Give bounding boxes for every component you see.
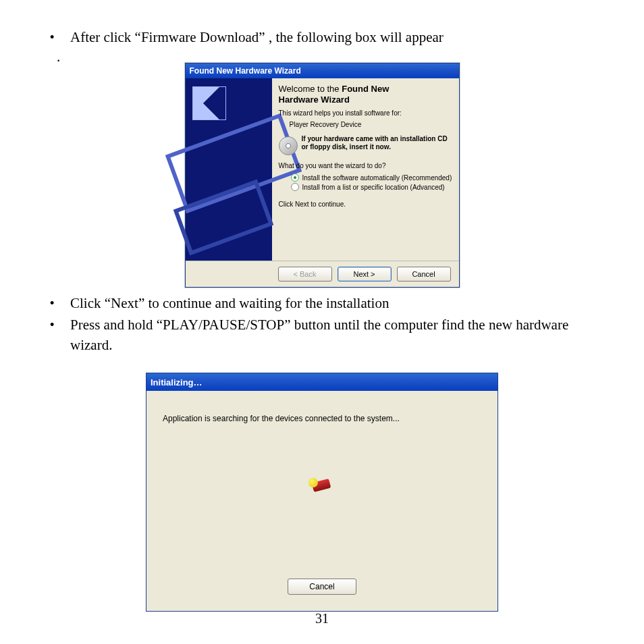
hardware-wizard-dialog: Found New Hardware Wizard Welcome to the… — [185, 63, 460, 288]
page-number: 31 — [0, 611, 644, 626]
initializing-dialog: Initializing… Application is searching f… — [146, 373, 498, 612]
bullet-text-3-cont: wizard. — [41, 336, 603, 354]
bullet-text-2: Click “Next” to continue and waiting for… — [70, 294, 603, 312]
wizard-side-graphic — [186, 78, 272, 261]
wizard-device-name: Player Recovery Device — [290, 121, 452, 128]
wizard-heading-bold1: Found New — [342, 84, 389, 94]
option-list-row[interactable]: Install from a list or specific location… — [291, 183, 452, 191]
wizard-heading: Welcome to the Found NewHardware Wizard — [279, 84, 452, 105]
bullet-marker: • — [41, 316, 70, 333]
dialog-title-text: Found New Hardware Wizard — [190, 66, 301, 76]
flashlight-icon — [308, 478, 336, 493]
initializing-titlebar: Initializing… — [146, 373, 498, 391]
cd-hint-line1: If your hardware came with an installati… — [302, 135, 448, 143]
wizard-question: What do you want the wizard to do? — [279, 162, 452, 169]
next-button-label: Next > — [353, 270, 375, 278]
wizard-next-hint: Click Next to continue. — [279, 200, 452, 208]
initializing-title-text: Initializing… — [151, 377, 203, 387]
wizard-heading-part: Welcome to the — [279, 84, 342, 94]
wizard-helps-text: This wizard helps you install software f… — [279, 109, 452, 117]
bullet-text-3: Press and hold “PLAY/PAUSE/STOP” button … — [70, 316, 603, 333]
dialog-titlebar: Found New Hardware Wizard — [186, 63, 459, 78]
wizard-icon — [192, 86, 226, 120]
bullet-marker: • — [41, 294, 70, 312]
initializing-cancel-label: Cancel — [309, 582, 334, 591]
bullet-marker: • — [41, 28, 70, 46]
cancel-button[interactable]: Cancel — [397, 267, 451, 281]
initializing-message: Application is searching for the devices… — [163, 414, 481, 423]
option-list-label: Install from a list or specific location… — [302, 184, 445, 191]
radio-empty-icon — [291, 183, 299, 191]
cd-hint-line2: or floppy disk, insert it now. — [302, 143, 448, 151]
bullet-text-1: After click “Firmware Download” , the fo… — [70, 28, 603, 46]
radio-selected-icon — [291, 173, 299, 182]
cd-icon — [279, 136, 298, 155]
next-button[interactable]: Next > — [338, 267, 392, 281]
option-auto-label: Install the software automatically (Reco… — [302, 174, 452, 182]
wizard-heading-bold2: Hardware Wizard — [279, 95, 350, 105]
back-button-label: < Back — [294, 270, 317, 278]
initializing-cancel-button[interactable]: Cancel — [288, 579, 356, 595]
option-auto-row[interactable]: Install the software automatically (Reco… — [291, 173, 452, 182]
cancel-button-label: Cancel — [412, 270, 435, 278]
back-button: < Back — [278, 267, 332, 281]
